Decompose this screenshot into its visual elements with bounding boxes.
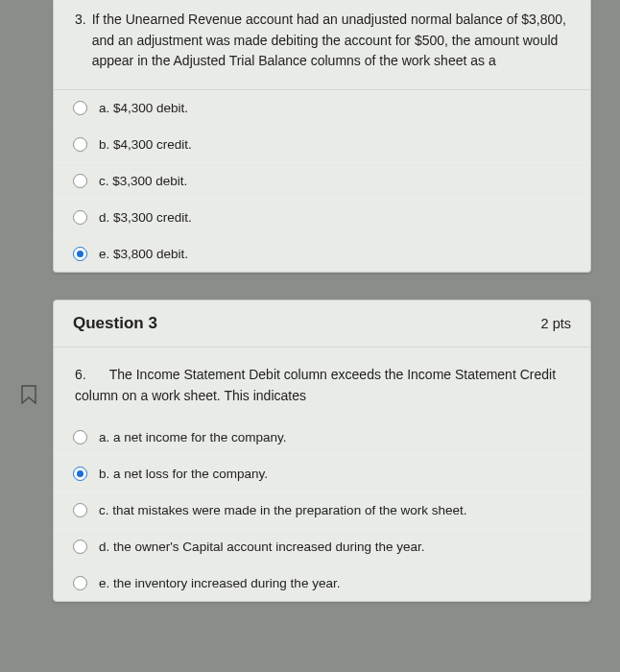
options-list-2: a. a net income for the company. b. a ne… (54, 420, 590, 601)
radio-icon (73, 174, 87, 188)
question-title: Question 3 (73, 314, 157, 333)
option-1d[interactable]: d. $3,300 credit. (54, 199, 590, 235)
question-text-2: The Income Statement Debit column exceed… (75, 367, 556, 403)
radio-icon (73, 247, 87, 261)
question-card-2: Question 3 2 pts 6.The Income Statement … (53, 300, 591, 602)
option-1b[interactable]: b. $4,300 credit. (54, 126, 590, 162)
option-label: a. $4,300 debit. (99, 101, 188, 115)
option-2e[interactable]: e. the inventory increased during the ye… (54, 564, 590, 601)
question-text-1: If the Unearned Revenue account had an u… (92, 10, 569, 72)
option-1c[interactable]: c. $3,300 debit. (54, 162, 590, 199)
option-2b[interactable]: b. a net loss for the company. (54, 455, 590, 492)
radio-icon (73, 576, 87, 590)
radio-icon (73, 503, 87, 517)
question-card-1: 3. If the Unearned Revenue account had a… (53, 0, 591, 273)
option-2d[interactable]: d. the owner's Capital account increased… (54, 528, 590, 564)
option-label: c. $3,300 debit. (99, 174, 187, 188)
option-1e[interactable]: e. $3,800 debit. (54, 235, 590, 272)
options-list-1: a. $4,300 debit. b. $4,300 credit. c. $3… (54, 89, 590, 272)
option-2a[interactable]: a. a net income for the company. (54, 420, 590, 455)
option-1a[interactable]: a. $4,300 debit. (54, 90, 590, 126)
option-label: d. $3,300 credit. (99, 210, 192, 225)
question-prompt-1: 3. If the Unearned Revenue account had a… (54, 0, 590, 89)
question-points: 2 pts (541, 316, 571, 331)
option-label: e. $3,800 debit. (99, 247, 188, 261)
option-label: b. a net loss for the company. (99, 467, 268, 481)
question-number-1: 3. (75, 10, 86, 72)
radio-icon (73, 540, 87, 554)
question-header: Question 3 2 pts (54, 300, 590, 348)
radio-icon (73, 430, 87, 444)
radio-icon (73, 467, 87, 481)
radio-icon (73, 101, 87, 115)
radio-icon (73, 137, 87, 152)
bookmark-flag-icon[interactable] (21, 385, 36, 404)
question-number-2: 6. (75, 367, 86, 382)
option-label: c. that mistakes were made in the prepar… (99, 503, 466, 517)
option-2c[interactable]: c. that mistakes were made in the prepar… (54, 492, 590, 528)
option-label: a. a net income for the company. (99, 430, 287, 444)
option-label: e. the inventory increased during the ye… (99, 576, 340, 590)
option-label: b. $4,300 credit. (99, 137, 192, 152)
option-label: d. the owner's Capital account increased… (99, 540, 425, 554)
question-prompt-2: 6.The Income Statement Debit column exce… (54, 348, 590, 420)
radio-icon (73, 210, 87, 225)
